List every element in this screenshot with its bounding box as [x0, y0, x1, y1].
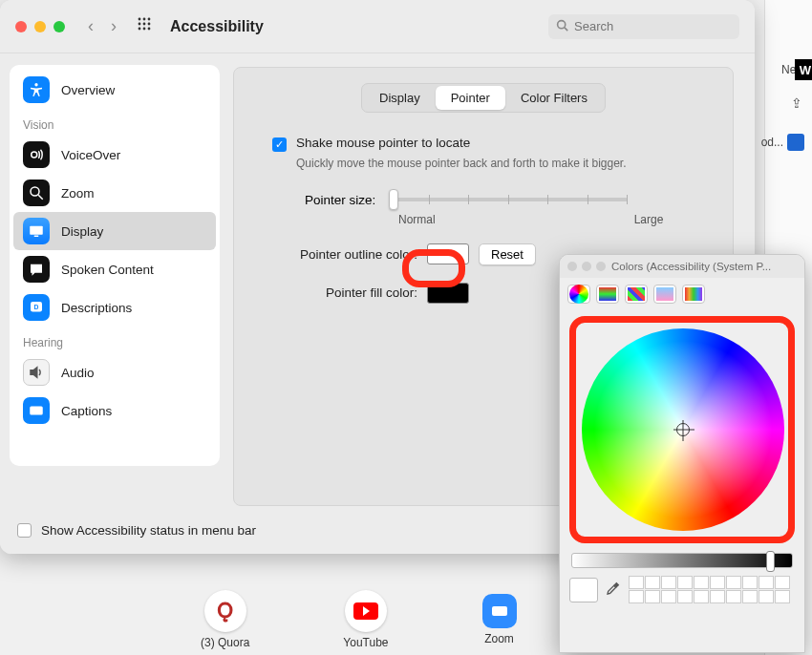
svg-point-4	[143, 22, 146, 25]
svg-point-13	[31, 187, 39, 196]
sidebar-item-captions[interactable]: Captions	[13, 391, 216, 430]
picker-zoom-button[interactable]	[596, 262, 606, 271]
zoom-icon	[23, 180, 50, 206]
shake-pointer-label: Shake mouse pointer to locate	[296, 136, 470, 150]
tab-pointer[interactable]: Pointer	[436, 86, 505, 110]
picker-minimize-button[interactable]	[582, 262, 591, 271]
descriptions-icon: D	[23, 294, 50, 321]
pencils-icon	[685, 287, 702, 301]
section-vision: Vision	[10, 109, 220, 136]
color-wheel-cursor[interactable]	[676, 423, 690, 436]
image-palette-icon	[656, 287, 673, 301]
svg-rect-19	[30, 407, 43, 415]
sidebar-label: Audio	[61, 366, 95, 380]
brightness-thumb[interactable]	[766, 551, 775, 572]
svg-point-11	[34, 83, 37, 86]
shake-pointer-checkbox[interactable]: ✓	[272, 137, 287, 152]
picker-mode-toolbar	[560, 278, 804, 310]
picker-mode-sliders[interactable]	[596, 285, 619, 304]
close-window-button[interactable]	[15, 21, 27, 32]
slider-thumb[interactable]	[389, 189, 398, 210]
tab-display[interactable]: Display	[364, 86, 436, 110]
sidebar-item-spoken-content[interactable]: Spoken Content	[13, 250, 216, 288]
dock-item-quora[interactable]: Ǫ (3) Quora	[201, 590, 249, 649]
captions-icon	[23, 397, 50, 424]
colors-picker-window: Colors (Accessibility (System P...	[559, 254, 805, 653]
forward-button[interactable]: ›	[111, 16, 117, 36]
svg-point-9	[558, 20, 566, 28]
reset-button[interactable]: Reset	[479, 243, 536, 265]
display-icon	[23, 218, 50, 244]
slider-min-label: Normal	[398, 213, 436, 226]
toolbar-nav: ‹ ›	[88, 16, 117, 36]
search-field-wrap[interactable]	[548, 14, 739, 39]
minimize-window-button[interactable]	[34, 21, 46, 32]
tab-color-filters[interactable]: Color Filters	[505, 86, 603, 110]
slider-max-label: Large	[634, 213, 664, 226]
sidebar-item-audio[interactable]: Audio	[13, 353, 216, 391]
picker-mode-pencils[interactable]	[682, 285, 705, 304]
menubar-status-checkbox[interactable]	[17, 523, 32, 538]
picker-close-button[interactable]	[567, 262, 577, 271]
saved-swatches-grid[interactable]	[629, 576, 790, 603]
shake-pointer-description: Quickly move the mouse pointer back and …	[296, 156, 640, 172]
show-all-prefs-button[interactable]	[138, 17, 153, 36]
svg-line-14	[38, 195, 43, 200]
shake-pointer-row: ✓ Shake mouse pointer to locate	[272, 136, 714, 152]
youtube-icon	[353, 602, 378, 620]
sidebar-label: Overview	[61, 83, 115, 97]
pointer-fill-label: Pointer fill color:	[274, 285, 417, 300]
pointer-fill-color-well[interactable]	[427, 283, 469, 304]
spoken-content-icon	[23, 256, 50, 283]
zoom-window-button[interactable]	[53, 21, 65, 32]
window-title: Accessibility	[170, 18, 264, 35]
picker-window-title: Colors (Accessibility (System P...	[611, 261, 771, 272]
window-traffic-lights	[15, 21, 65, 32]
dock-item-youtube[interactable]: YouTube	[343, 590, 388, 649]
svg-point-7	[143, 27, 146, 30]
bookmark-icon[interactable]	[787, 134, 804, 151]
sliders-icon	[599, 287, 616, 301]
pointer-outline-label: Pointer outline color:	[274, 247, 417, 262]
sidebar-label: VoiceOver	[61, 148, 120, 162]
brightness-slider[interactable]	[571, 553, 793, 568]
svg-point-6	[139, 27, 141, 30]
svg-rect-16	[34, 236, 39, 238]
svg-rect-15	[30, 226, 43, 235]
dock-item-zoom[interactable]: Zoom	[482, 594, 517, 645]
eyedropper-button[interactable]	[606, 581, 621, 599]
accessibility-icon	[23, 76, 50, 103]
pointer-size-row: Pointer size: Normal Large	[305, 193, 714, 226]
sidebar-item-voiceover[interactable]: VoiceOver	[13, 136, 216, 174]
voiceover-icon	[23, 141, 50, 168]
color-wheel-icon	[569, 285, 588, 304]
share-icon[interactable]: ⇪	[791, 95, 802, 111]
bookmark-truncated[interactable]: od...	[761, 136, 783, 149]
pointer-size-slider[interactable]	[389, 198, 628, 201]
picker-mode-palettes[interactable]	[625, 285, 648, 304]
picker-mode-image[interactable]	[653, 285, 676, 304]
dock-icons: Ǫ (3) Quora YouTube Zoom	[201, 590, 517, 649]
wikipedia-icon[interactable]: W	[795, 59, 812, 80]
color-wheel[interactable]	[582, 328, 784, 531]
svg-point-12	[32, 152, 37, 158]
sidebar-item-display[interactable]: Display	[13, 212, 216, 250]
back-button[interactable]: ‹	[88, 16, 94, 36]
search-input[interactable]	[574, 19, 735, 33]
sidebar-item-overview[interactable]: Overview	[13, 71, 216, 109]
sidebar-label: Descriptions	[61, 301, 132, 315]
sidebar-label: Zoom	[61, 186, 95, 201]
current-color-swatch[interactable]	[569, 578, 598, 602]
picker-titlebar[interactable]: Colors (Accessibility (System P...	[560, 255, 804, 278]
menubar-status-label: Show Accessibility status in menu bar	[41, 523, 256, 538]
palette-icon	[628, 287, 645, 301]
svg-point-8	[148, 27, 151, 30]
sidebar-label: Display	[61, 224, 103, 239]
quora-icon: Ǫ	[217, 599, 233, 623]
sidebar-item-zoom[interactable]: Zoom	[13, 174, 216, 212]
picker-swatch-row	[569, 576, 795, 603]
picker-mode-wheel[interactable]	[567, 285, 590, 304]
pointer-outline-color-well[interactable]	[427, 243, 469, 264]
annotation-highlight-color-wheel	[569, 316, 795, 543]
sidebar-item-descriptions[interactable]: D Descriptions	[13, 288, 216, 327]
